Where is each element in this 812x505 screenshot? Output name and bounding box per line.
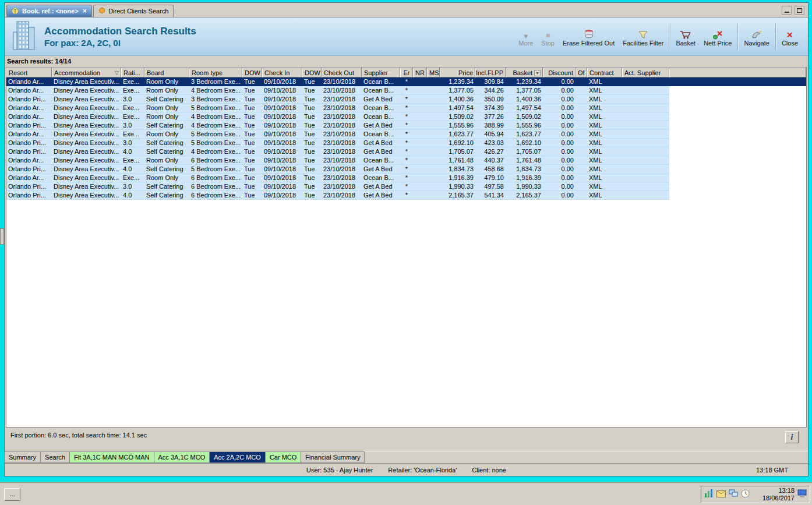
navigate-button[interactable]: Navigate xyxy=(740,20,773,53)
cell-incl-fl-pp: 440.37 xyxy=(475,156,506,165)
cell-supplier: Get A Bed xyxy=(362,182,400,191)
table-row[interactable]: Orlando Pri...Disney Area Executiv...3.0… xyxy=(6,182,806,191)
cell-er: * xyxy=(400,139,413,147)
column-header-supplier[interactable]: Supplier xyxy=(362,68,400,77)
tab-close-icon[interactable]: ✕ xyxy=(82,8,87,14)
table-row[interactable]: Orlando Pri...Disney Area Executiv...4.0… xyxy=(6,191,806,200)
column-header-board[interactable]: Board xyxy=(144,68,189,77)
column-header-price[interactable]: Price xyxy=(440,68,475,77)
column-header-dow-out[interactable]: DOW xyxy=(302,68,322,77)
table-row[interactable]: Orlando Pri...Disney Area Executiv...4.0… xyxy=(6,147,806,156)
row-filler xyxy=(669,191,806,200)
column-header-dow-in[interactable]: DOW xyxy=(242,68,262,77)
basket-button[interactable]: Basket xyxy=(672,20,700,53)
clock-tray-icon[interactable] xyxy=(741,489,750,500)
bottom-tab-acc-3a-1c-mco[interactable]: Acc 3A,1C MCO xyxy=(154,451,210,463)
close-button[interactable]: ✕ Close xyxy=(778,20,802,53)
cell-board: Room Only xyxy=(144,77,189,86)
info-button[interactable]: i xyxy=(785,431,799,443)
table-row[interactable]: Orlando Ar...Disney Area Executiv...Exe.… xyxy=(6,112,806,121)
table-row[interactable]: Orlando Ar...Disney Area Executiv...Exe.… xyxy=(6,104,806,112)
column-header-rating[interactable]: Rati... xyxy=(121,68,144,77)
bottom-tab-summary[interactable]: Summary xyxy=(4,451,41,463)
cell-supplier: Ocean B... xyxy=(362,77,400,86)
cell-nr xyxy=(413,147,427,156)
cell-act-supplier xyxy=(622,156,669,165)
table-row[interactable]: Orlando Ar...Disney Area Executiv...Exe.… xyxy=(6,77,806,86)
table-row[interactable]: Orlando Pri...Disney Area Executiv...4.0… xyxy=(6,165,806,174)
column-header-accommodation[interactable]: Accommodation▽ xyxy=(52,68,121,77)
cell-accommodation: Disney Area Executiv... xyxy=(52,139,121,147)
cell-dow-in: Tue xyxy=(242,77,262,86)
page-title: Accommodation Search Results xyxy=(44,25,196,37)
cell-act-supplier xyxy=(622,174,669,182)
cell-er: * xyxy=(400,147,413,156)
tab-direct-clients-search[interactable]: Direct Clients Search xyxy=(93,5,174,17)
bottom-tab-acc-2a-2c-mco[interactable]: Acc 2A,2C MCO xyxy=(209,451,266,463)
table-row[interactable]: Orlando Pri...Disney Area Executiv...3.0… xyxy=(6,139,806,147)
left-edge-handle[interactable] xyxy=(0,228,4,245)
column-header-er[interactable]: Er xyxy=(400,68,413,77)
column-header-discount[interactable]: Discount xyxy=(543,68,576,77)
column-header-of[interactable]: Of xyxy=(576,68,587,77)
column-header-basket[interactable]: Basket▼ xyxy=(506,68,543,77)
column-label: Price xyxy=(458,69,473,76)
nett-price-button[interactable]: Nett Price xyxy=(700,20,736,53)
taskbar-overflow-button[interactable]: ... xyxy=(4,488,20,501)
cell-contract: XML xyxy=(587,77,622,86)
chart-tray-icon[interactable] xyxy=(704,489,714,500)
row-filler xyxy=(669,130,806,139)
cell-room-type: 4 Bedroom Exe... xyxy=(189,112,242,121)
cell-er: * xyxy=(400,174,413,182)
display-tray-icon[interactable] xyxy=(797,489,807,500)
table-row[interactable]: Orlando Ar...Disney Area Executiv...Exe.… xyxy=(6,156,806,165)
cell-basket: 1,705.07 xyxy=(506,147,543,156)
cell-act-supplier xyxy=(622,104,669,112)
cell-act-supplier xyxy=(622,86,669,95)
bottom-tabs: SummarySearchFlt 3A,1C MAN MCO MANAcc 3A… xyxy=(5,451,808,463)
cell-basket: 1,761.48 xyxy=(506,156,543,165)
table-row[interactable]: Orlando Ar...Disney Area Executiv...Exe.… xyxy=(6,130,806,139)
column-header-act-supplier[interactable]: Act. Supplier xyxy=(622,68,669,77)
tray-clock: 13:18 18/06/2017 xyxy=(762,487,795,502)
sort-dropdown-icon[interactable]: ▼ xyxy=(534,70,541,76)
bottom-tab-financial-summary[interactable]: Financial Summary xyxy=(301,451,365,463)
cell-dow-out: Tue xyxy=(302,112,322,121)
cell-incl-fl-pp: 388.99 xyxy=(475,121,506,130)
column-header-check-in[interactable]: Check In xyxy=(262,68,302,77)
filter-funnel-icon[interactable]: ▽ xyxy=(114,70,119,76)
gmt-time-label: 13:18 GMT xyxy=(756,467,788,474)
column-header-check-out[interactable]: Check Out xyxy=(322,68,362,77)
more-button[interactable]: ▼ More xyxy=(514,20,537,53)
bottom-tab-flt-3a-1c-man-mco-man[interactable]: Flt 3A,1C MAN MCO MAN xyxy=(69,451,154,463)
table-row[interactable]: Orlando Pri...Disney Area Executiv...3.0… xyxy=(6,121,806,130)
cell-contract: XML xyxy=(587,174,622,182)
mail-tray-icon[interactable] xyxy=(716,489,726,500)
cell-check-in: 09/10/2018 xyxy=(262,77,302,86)
table-row[interactable]: Orlando Ar...Disney Area Executiv...Exe.… xyxy=(6,174,806,182)
stop-button[interactable]: ■ Stop xyxy=(537,20,559,53)
row-filler xyxy=(669,174,806,182)
bottom-tab-car-mco[interactable]: Car MCO xyxy=(265,451,301,463)
network-tray-icon[interactable] xyxy=(729,489,738,500)
facilities-filter-button[interactable]: Facilities Filter xyxy=(619,20,668,53)
column-header-ms[interactable]: MS xyxy=(427,68,440,77)
table-row[interactable]: Orlando Ar...Disney Area Executiv...Exe.… xyxy=(6,86,806,95)
tab-booking-ref[interactable]: Book. ref.: <none> ✕ xyxy=(6,5,92,17)
erase-filtered-out-button[interactable]: Erase Filtered Out xyxy=(559,20,619,53)
table-row[interactable]: Orlando Pri...Disney Area Executiv...3.0… xyxy=(6,95,806,104)
row-filler xyxy=(669,121,806,130)
column-header-incl-fl-pp[interactable]: Incl.Fl.PP xyxy=(475,68,506,77)
maximize-button[interactable] xyxy=(795,6,804,15)
minimize-button[interactable] xyxy=(782,6,792,15)
column-header-contract[interactable]: Contract xyxy=(587,68,622,77)
cell-rating: 4.0 xyxy=(121,191,144,200)
cell-of xyxy=(576,86,587,95)
column-label: Incl.Fl.PP xyxy=(476,69,503,76)
cell-nr xyxy=(413,130,427,139)
bottom-tab-search[interactable]: Search xyxy=(40,451,70,463)
column-header-resort[interactable]: Resort xyxy=(6,68,52,77)
cell-contract: XML xyxy=(587,112,622,121)
column-header-nr[interactable]: NR xyxy=(413,68,427,77)
column-header-room-type[interactable]: Room type xyxy=(189,68,242,77)
